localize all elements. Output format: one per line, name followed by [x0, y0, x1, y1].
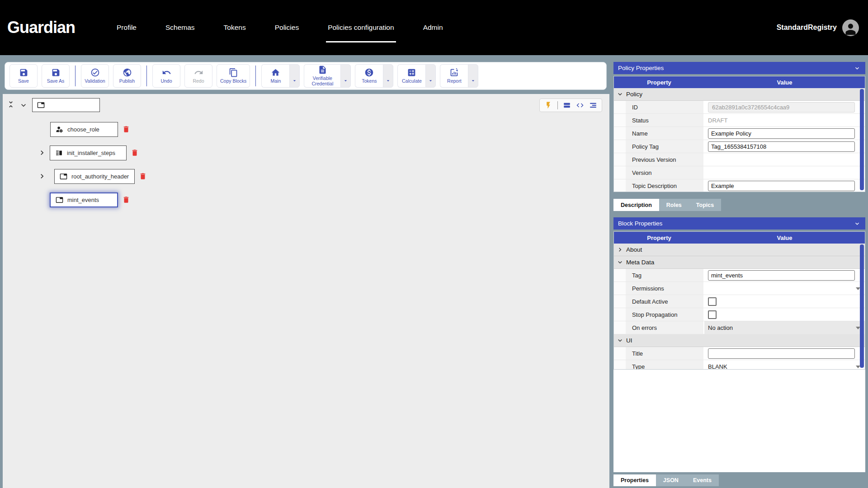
default-active-checkbox[interactable] [708, 297, 717, 306]
calculate-dropdown-button[interactable] [425, 64, 436, 88]
blocks-view-icon[interactable] [563, 101, 571, 109]
tab-properties[interactable]: Properties [613, 474, 656, 486]
policy-properties-table: Property Value Policy ID 62ab2891a0c3726… [613, 76, 865, 192]
row-label: Type [626, 360, 704, 370]
table-row-policy-tag: Policy Tag [614, 140, 865, 153]
redo-button[interactable]: Redo [184, 64, 212, 88]
copy-blocks-button[interactable]: Copy Blocks [217, 64, 250, 88]
dollar-circle-icon [364, 68, 374, 77]
delete-block-choose-role-icon[interactable] [122, 125, 130, 134]
section-row-ui[interactable]: UI [614, 334, 865, 347]
tokens-block-group: Tokens [355, 64, 393, 88]
tokens-dropdown-button[interactable] [383, 64, 393, 88]
block-init-installer-steps[interactable]: init_installer_steps [50, 145, 127, 160]
verifiable-credential-dropdown-button[interactable] [340, 64, 351, 88]
publish-button[interactable]: Publish [113, 64, 141, 88]
container-icon [60, 173, 67, 180]
permissions-select[interactable] [704, 282, 865, 295]
nav-item-admin[interactable]: Admin [423, 23, 443, 32]
policy-name-input[interactable] [708, 128, 855, 139]
main-block-button[interactable]: Main [261, 64, 289, 88]
events-flash-icon[interactable] [544, 101, 552, 109]
row-gutter [614, 347, 626, 360]
nav-item-policies[interactable]: Policies [275, 23, 299, 32]
policy-id-value: 62ab2891a0c3726554c4caa9 [708, 102, 855, 113]
table-row-stop-propagation: Stop Propagation [614, 308, 865, 321]
on-errors-select[interactable]: No action [704, 321, 865, 334]
block-choose-role[interactable]: choose_role [50, 122, 118, 137]
report-label: Report [447, 79, 462, 84]
row-label: Default Active [626, 295, 704, 308]
expand-chevron-right-icon[interactable] [38, 148, 47, 157]
table-row-default-active: Default Active [614, 295, 865, 308]
tab-events[interactable]: Events [686, 474, 719, 486]
table-header-row: Property Value [614, 232, 865, 244]
section-row-policy[interactable]: Policy [614, 88, 865, 101]
row-gutter [614, 360, 626, 370]
tokens-block-button[interactable]: Tokens [355, 64, 383, 88]
publish-label: Publish [119, 79, 135, 84]
validation-button[interactable]: Validation [81, 64, 109, 88]
block-root-authority-header[interactable]: root_authority_header [54, 169, 135, 184]
nav-item-tokens[interactable]: Tokens [224, 23, 246, 32]
policy-tag-input[interactable] [708, 141, 855, 152]
section-row-about[interactable]: About [614, 244, 865, 256]
block-label: choose_role [67, 126, 99, 133]
calculate-block-button[interactable]: Calculate [397, 64, 425, 88]
block-mint-events-selected[interactable]: mint_events [50, 192, 118, 207]
delete-block-root-authority-header-icon[interactable] [139, 172, 147, 181]
save-as-button[interactable]: Save As [42, 64, 70, 88]
table-row-version: Version [614, 166, 865, 179]
root-policy-block[interactable] [32, 98, 100, 112]
tab-description[interactable]: Description [613, 199, 659, 211]
ui-title-input[interactable] [708, 348, 855, 359]
avatar-icon[interactable] [842, 19, 859, 36]
chevron-down-icon [854, 220, 861, 227]
block-properties-header[interactable]: Block Properties [613, 217, 865, 230]
verifiable-credential-button[interactable]: Verifiable Credential [304, 64, 340, 88]
policy-properties-header[interactable]: Policy Properties [613, 62, 865, 74]
tab-topics[interactable]: Topics [689, 199, 721, 211]
table-row-tag: Tag [614, 269, 865, 282]
ui-type-select[interactable]: BLANK [704, 360, 865, 370]
undo-label: Undo [160, 79, 172, 84]
code-view-icon[interactable] [576, 101, 584, 109]
nav-item-profile[interactable]: Profile [117, 23, 137, 32]
root-expand-chevron-down-icon[interactable] [19, 101, 28, 110]
delete-block-init-installer-steps-icon[interactable] [131, 148, 139, 157]
main-label: Main [270, 79, 281, 84]
row-label: Tag [626, 269, 704, 282]
tab-roles[interactable]: Roles [659, 199, 689, 211]
chart-plus-icon [449, 68, 459, 77]
report-dropdown-button[interactable] [468, 64, 478, 88]
chevron-down-icon [616, 258, 624, 266]
nav-item-schemas[interactable]: Schemas [165, 23, 195, 32]
nav-item-policies-configuration[interactable]: Policies configuration [328, 23, 394, 32]
report-block-button[interactable]: Report [440, 64, 468, 88]
save-as-icon [51, 68, 61, 77]
section-row-meta-data[interactable]: Meta Data [614, 256, 865, 269]
block-tag-input[interactable] [708, 270, 855, 281]
topic-description-input[interactable] [708, 181, 855, 191]
main-dropdown-button[interactable] [289, 64, 300, 88]
block-table-scrollbar[interactable] [860, 244, 864, 368]
property-column-header: Property [614, 232, 704, 244]
stop-propagation-checkbox[interactable] [708, 310, 717, 319]
undo-button[interactable]: Undo [152, 64, 180, 88]
block-label: root_authority_header [71, 173, 129, 180]
calculator-icon [407, 68, 416, 77]
save-label: Save [18, 79, 29, 84]
block-properties-area: Property Value About Meta Data Tag [613, 231, 865, 472]
table-row-previous-version: Previous Version [614, 153, 865, 166]
user-menu[interactable]: StandardRegistry [777, 19, 859, 36]
tree-view-icon[interactable] [589, 101, 597, 109]
tab-json[interactable]: JSON [656, 474, 686, 486]
row-gutter [614, 282, 626, 295]
expand-chevron-right-icon[interactable] [38, 172, 47, 181]
verifiable-credential-label: Verifiable Credential [307, 76, 337, 87]
container-icon [56, 196, 63, 204]
collapse-all-icon[interactable] [6, 100, 15, 109]
save-button[interactable]: Save [9, 64, 38, 88]
delete-block-mint-events-icon[interactable] [122, 195, 130, 204]
policy-table-scrollbar[interactable] [860, 89, 864, 190]
